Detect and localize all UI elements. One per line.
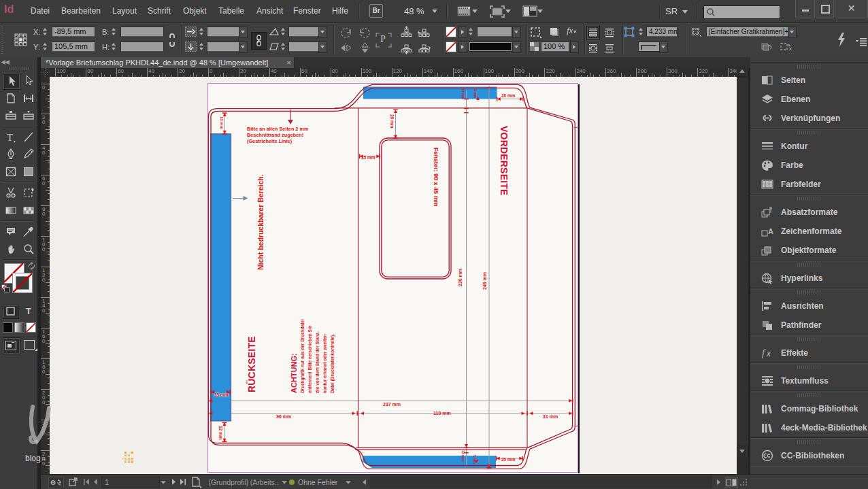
dock-item-objektformate[interactable]: Objektformate xyxy=(750,241,868,260)
stroke-weight-preview[interactable] xyxy=(469,41,512,52)
workspace-switcher[interactable]: SR xyxy=(665,0,678,22)
page-number-field[interactable]: 1 xyxy=(101,477,160,488)
b-spinner[interactable] xyxy=(111,27,117,37)
select-prev-object-icon[interactable] xyxy=(418,26,431,39)
break-link-style-icon[interactable] xyxy=(761,42,773,52)
corner-shape-dropdown[interactable] xyxy=(659,41,668,53)
transparency-icon[interactable] xyxy=(530,27,543,38)
select-content-icon[interactable] xyxy=(400,41,413,54)
opacity-field[interactable]: 100 % xyxy=(541,41,569,52)
dock-item-ausrichten[interactable]: Ausrichten xyxy=(750,297,868,316)
wrap-none-button[interactable] xyxy=(586,26,600,39)
tool-gradient[interactable] xyxy=(3,203,19,218)
document-canvas[interactable]: Bitte an allen Seiten 2 mm Beschnittrand… xyxy=(50,77,737,474)
page-dropdown-icon[interactable] xyxy=(161,481,166,484)
stroke-color-swatch[interactable] xyxy=(12,273,33,293)
menu-ansicht[interactable]: Ansicht xyxy=(256,0,283,22)
menu-datei[interactable]: Datei xyxy=(31,0,50,22)
object-style-dropdown[interactable] xyxy=(788,27,797,38)
dock-group-grip-icon[interactable] xyxy=(797,263,822,267)
dock-group-grip-icon[interactable] xyxy=(797,197,822,201)
scale-y-dropdown[interactable] xyxy=(239,41,248,53)
wrap-jump-object-button[interactable] xyxy=(603,41,616,55)
y-spinner[interactable] xyxy=(42,41,48,52)
tool-line[interactable] xyxy=(20,129,37,145)
shear-spinner[interactable] xyxy=(280,41,286,52)
tool-pen[interactable] xyxy=(3,146,19,162)
bridge-button[interactable]: Br xyxy=(369,4,383,18)
wrap-object-shape-button[interactable] xyxy=(586,41,600,55)
dock-item-zeichenformate[interactable]: AZeichenformate xyxy=(750,222,868,241)
dock-group-grip-icon[interactable] xyxy=(797,393,822,397)
formatting-affects-text-button[interactable]: T xyxy=(22,305,35,318)
stroke-swatch[interactable] xyxy=(446,41,456,52)
export-icon[interactable] xyxy=(69,477,79,486)
scale-x-spinner[interactable] xyxy=(199,27,205,37)
constrain-proportions-icon[interactable] xyxy=(167,32,178,48)
document-tab[interactable]: *Vorlage Briefumschlag PKHDL44_de.indd @… xyxy=(41,57,295,68)
normal-view-button[interactable] xyxy=(3,337,20,354)
swap-fill-stroke-icon[interactable] xyxy=(27,262,36,270)
menu-hilfe[interactable]: Hilfe xyxy=(332,0,348,22)
dock-group-grip-icon[interactable] xyxy=(797,131,822,135)
dock-item-seiten[interactable]: Seiten xyxy=(750,71,868,90)
dock-group-grip-icon[interactable] xyxy=(797,365,822,369)
tab-close-icon[interactable]: × xyxy=(287,58,291,67)
wrap-bounding-box-button[interactable] xyxy=(603,26,616,39)
dock-group-grip-icon[interactable] xyxy=(797,440,822,444)
apply-color-button[interactable] xyxy=(3,322,13,333)
dock-item-cc-bibliotheken[interactable]: CC-Bibliotheken xyxy=(750,446,868,465)
hscroll-right-icon[interactable] xyxy=(717,479,720,485)
default-fill-stroke-icon[interactable] xyxy=(1,284,10,292)
tool-free-transform[interactable] xyxy=(20,185,37,201)
dock-item-textumfluss[interactable]: Textumfluss xyxy=(750,371,868,390)
vertical-scrollbar-down[interactable] xyxy=(737,446,748,456)
dock-item-4eck-media-bibliothek[interactable]: 4eck-Media-Bibliothek xyxy=(750,418,868,437)
h-field[interactable] xyxy=(120,41,164,52)
menu-objekt[interactable]: Objekt xyxy=(183,0,207,22)
dock-group-grip-icon[interactable] xyxy=(797,337,822,341)
first-page-icon[interactable] xyxy=(83,479,90,485)
last-page-icon[interactable] xyxy=(180,479,186,485)
previous-page-icon[interactable] xyxy=(93,479,98,485)
tool-content-placer[interactable] xyxy=(20,108,37,124)
close-button[interactable]: ✕ xyxy=(835,0,868,18)
dock-item-ebenen[interactable]: Ebenen xyxy=(750,90,868,109)
tool-eyedropper[interactable] xyxy=(20,224,37,239)
tool-frame[interactable] xyxy=(3,164,19,180)
tool-zoom[interactable] xyxy=(20,241,37,257)
shear-field[interactable] xyxy=(288,41,320,52)
dock-item-hyperlinks[interactable]: Hyperlinks xyxy=(750,269,868,288)
menu-fenster[interactable]: Fenster xyxy=(293,0,321,22)
tool-type[interactable]: T xyxy=(3,129,19,145)
zoom-level-value[interactable]: 48 % xyxy=(404,0,424,22)
lightning-bolt-icon[interactable] xyxy=(837,32,846,48)
preflight-profile[interactable]: [Grundprofil] (Arbeits... xyxy=(209,475,280,489)
scale-y-spinner[interactable] xyxy=(199,41,205,52)
vertical-scrollbar[interactable] xyxy=(737,77,748,474)
menu-schrift[interactable]: Schrift xyxy=(148,0,171,22)
rotation-field[interactable] xyxy=(288,27,320,37)
view-options-dropdown-icon[interactable] xyxy=(472,10,478,13)
tool-pencil[interactable] xyxy=(20,146,37,162)
x-field[interactable]: -89,5 mm xyxy=(52,27,95,37)
arrange-documents-icon[interactable] xyxy=(522,5,539,18)
y-field[interactable]: 105,5 mm xyxy=(52,41,95,52)
tool-rectangle[interactable] xyxy=(20,164,37,180)
scale-x-dropdown[interactable] xyxy=(239,27,248,38)
opacity-apply-button[interactable] xyxy=(570,41,579,53)
dock-group-grip-icon[interactable] xyxy=(797,290,822,294)
panel-menu-icon[interactable] xyxy=(856,37,867,49)
rotation-spinner[interactable] xyxy=(280,27,286,37)
corner-radius-field[interactable]: 4,233 mm xyxy=(646,27,678,37)
preflight-status-text[interactable]: Ohne Fehler xyxy=(298,475,337,489)
corner-options-icon[interactable] xyxy=(624,27,635,37)
tool-direct-selection[interactable] xyxy=(20,73,37,88)
clear-overrides-icon[interactable] xyxy=(780,42,793,52)
status-dropdown-icon[interactable] xyxy=(346,481,351,484)
collapse-panel-icon[interactable]: ◀◀ xyxy=(1,58,9,65)
dock-item-effekte[interactable]: fxEffekte xyxy=(750,343,868,362)
rotate-ccw-icon[interactable] xyxy=(339,27,352,39)
b-field[interactable] xyxy=(120,27,164,37)
corner-radius-spinner[interactable] xyxy=(638,27,644,37)
